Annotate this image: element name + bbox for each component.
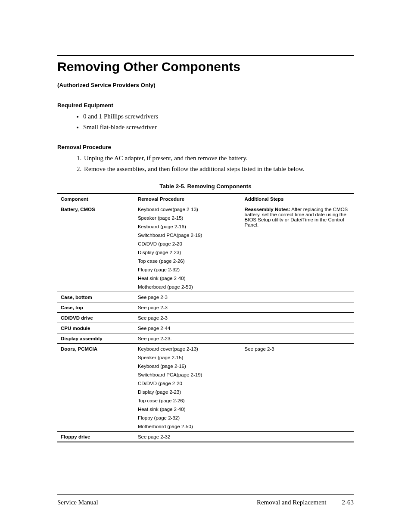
table-row: Display assemblySee page 2-23. <box>57 333 354 344</box>
list-item: Remove the assemblies, and then follow t… <box>83 165 354 173</box>
table-caption: Table 2-5. Removing Components <box>57 183 354 190</box>
cell-procedure: See page 2-32 <box>134 432 241 442</box>
footer-section: Removal and Replacement <box>257 499 327 506</box>
cell-additional: See page 2-3 <box>241 344 354 432</box>
procedure-line: Top case (page 2-26) <box>138 398 238 403</box>
procedure-line: Speaker (page 2-15) <box>138 215 238 221</box>
components-table: Component Removal Procedure Additional S… <box>57 193 354 442</box>
procedure-line: See page 2-3 <box>138 305 238 310</box>
horizontal-rule <box>57 55 354 56</box>
cell-additional: Reassembly Notes: After replacing the CM… <box>241 204 354 292</box>
procedure-line: Keyboard cover(page 2-13) <box>138 207 238 212</box>
cell-component: Case, bottom <box>57 292 134 302</box>
cell-procedure: See page 2-23. <box>134 333 241 344</box>
procedure-line: Keyboard cover(page 2-13) <box>138 346 238 352</box>
col-header-component: Component <box>57 193 134 204</box>
table-row: Case, bottomSee page 2-3 <box>57 292 354 302</box>
cell-additional <box>241 432 354 442</box>
cell-additional <box>241 292 354 302</box>
table-row: CPU moduleSee page 2-44 <box>57 323 354 333</box>
procedure-line: See page 2-32 <box>138 434 238 439</box>
procedure-line: See page 2-3 <box>138 295 238 300</box>
procedure-line: See page 2-44 <box>138 326 238 331</box>
additional-bold-label: Reassembly Notes: <box>245 207 290 212</box>
procedure-line: Display (page 2-23) <box>138 389 238 395</box>
procedure-line: CD/DVD (page 2-20 <box>138 241 238 246</box>
procedure-line: Motherboard (page 2-50) <box>138 284 238 289</box>
cell-procedure: See page 2-3 <box>134 292 241 302</box>
cell-procedure: See page 2-3 <box>134 313 241 323</box>
procedure-line: Keyboard (page 2-16) <box>138 364 238 369</box>
procedure-line: Floppy (page 2-32) <box>138 267 238 272</box>
procedure-line: Motherboard (page 2-50) <box>138 424 238 429</box>
procedure-list: Unplug the AC adapter, if present, and t… <box>57 155 354 173</box>
procedure-line: Heat sink (page 2-40) <box>138 407 238 412</box>
cell-procedure: Keyboard cover(page 2-13)Speaker (page 2… <box>134 204 241 292</box>
list-item: Unplug the AC adapter, if present, and t… <box>83 155 354 162</box>
procedure-line: Speaker (page 2-15) <box>138 355 238 360</box>
procedure-line: Display (page 2-23) <box>138 250 238 255</box>
cell-additional <box>241 323 354 333</box>
procedure-line: Switchboard PCA(page 2-19) <box>138 372 238 377</box>
procedure-line: See page 2-3 <box>138 315 238 320</box>
table-row: Battery, CMOSKeyboard cover(page 2-13)Sp… <box>57 204 354 292</box>
footer-left: Service Manual <box>57 499 98 506</box>
procedure-line: Floppy (page 2-32) <box>138 415 238 420</box>
procedure-heading: Removal Procedure <box>57 144 354 150</box>
cell-component: CPU module <box>57 323 134 333</box>
page-footer: Service Manual Removal and Replacement 2… <box>57 494 354 506</box>
procedure-line: CD/DVD (page 2-20 <box>138 381 238 386</box>
procedure-line: Top case (page 2-26) <box>138 258 238 264</box>
table-row: Doors, PCMCIAKeyboard cover(page 2-13)Sp… <box>57 344 354 432</box>
cell-component: Display assembly <box>57 333 134 344</box>
equipment-list: 0 and 1 Phillips screwdrivers Small flat… <box>57 113 354 131</box>
cell-procedure: Keyboard cover(page 2-13)Speaker (page 2… <box>134 344 241 432</box>
list-item: 0 and 1 Phillips screwdrivers <box>83 113 354 120</box>
page-title: Removing Other Components <box>57 59 354 74</box>
cell-component: Battery, CMOS <box>57 204 134 292</box>
col-header-additional: Additional Steps <box>241 193 354 204</box>
procedure-line: Heat sink (page 2-40) <box>138 276 238 281</box>
cell-component: Case, top <box>57 302 134 313</box>
cell-procedure: See page 2-44 <box>134 323 241 333</box>
table-row: Case, topSee page 2-3 <box>57 302 354 313</box>
cell-additional <box>241 313 354 323</box>
procedure-line: See page 2-23. <box>138 336 238 341</box>
equipment-heading: Required Equipment <box>57 102 354 109</box>
col-header-procedure: Removal Procedure <box>134 193 241 204</box>
procedure-line: Keyboard (page 2-16) <box>138 224 238 229</box>
footer-page-number: 2-63 <box>342 499 354 506</box>
list-item: Small flat-blade screwdriver <box>83 124 354 131</box>
cell-component: Doors, PCMCIA <box>57 344 134 432</box>
table-row: Floppy driveSee page 2-32 <box>57 432 354 442</box>
cell-procedure: See page 2-3 <box>134 302 241 313</box>
cell-component: Floppy drive <box>57 432 134 442</box>
cell-additional <box>241 333 354 344</box>
subtitle: (Authorized Service Providers Only) <box>57 82 354 88</box>
cell-additional <box>241 302 354 313</box>
cell-component: CD/DVD drive <box>57 313 134 323</box>
additional-text: See page 2-3 <box>245 346 274 352</box>
procedure-line: Switchboard PCA(page 2-19) <box>138 233 238 238</box>
table-row: CD/DVD driveSee page 2-3 <box>57 313 354 323</box>
